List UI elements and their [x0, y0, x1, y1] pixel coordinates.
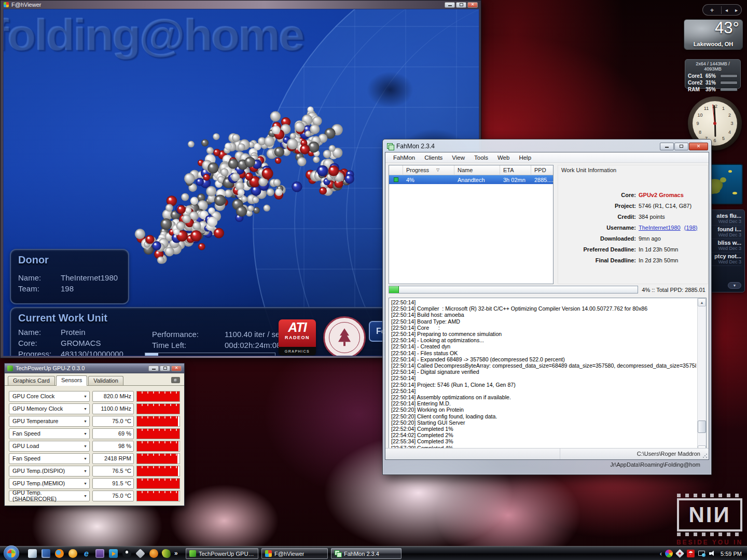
orange-app-icon[interactable]: [149, 549, 158, 558]
add-gadget-button[interactable]: +: [703, 6, 722, 14]
menu-item[interactable]: Clients: [420, 155, 447, 161]
work-unit-row-value: 483130/10000000: [61, 348, 123, 356]
log-line: [22:54:02] Completed 2%: [391, 432, 696, 438]
fahviewer-app-icon: [265, 550, 272, 557]
info-row: Core: GPUv2 Gromacs: [558, 189, 708, 200]
fahviewer-titlebar[interactable]: F@hViewer ✕: [1, 1, 481, 9]
log-line: [22:50:14] Compiler : Microsoft (R) 32-b…: [391, 305, 696, 312]
screenshot-camera-icon[interactable]: [171, 377, 180, 383]
sensor-name: GPU Temp.(MEMIO): [12, 480, 65, 486]
gadget-next-button[interactable]: ▸: [731, 7, 741, 13]
log-line: [22:50:14]: [391, 375, 696, 381]
scrollbar-thumb[interactable]: [698, 421, 706, 433]
gadget-prev-button[interactable]: ◂: [722, 7, 731, 13]
firefox-icon[interactable]: [55, 549, 64, 558]
sensor-name-dropdown[interactable]: GPU Core Clock ▼: [9, 391, 90, 402]
media-player-icon[interactable]: [109, 549, 118, 558]
antivirus-tray-icon[interactable]: ☂: [687, 550, 695, 557]
menu-item[interactable]: Tools: [469, 155, 493, 161]
gpuz-titlebar[interactable]: TechPowerUp GPU-Z 0.3.0 ✕: [5, 363, 184, 373]
status-column-header[interactable]: [389, 165, 403, 175]
flip3d-icon[interactable]: [42, 549, 50, 558]
maximize-button[interactable]: [674, 143, 688, 150]
sensor-name-dropdown[interactable]: GPU Load ▼: [9, 441, 90, 452]
fahmon-app-icon: [335, 550, 341, 557]
menu-item[interactable]: FahMon: [389, 155, 420, 161]
work-unit-row-label: Core:: [18, 338, 61, 348]
close-button[interactable]: ✕: [467, 2, 478, 8]
taskbar-button-fahviewer[interactable]: F@hViewer: [261, 548, 328, 559]
seal-tree-icon: [337, 327, 352, 347]
fahmon-titlebar[interactable]: FahMon 2.3.4 ✕: [385, 139, 709, 152]
minimize-button[interactable]: [660, 143, 674, 150]
menu-item[interactable]: Web: [493, 155, 514, 161]
network-icon[interactable]: [698, 550, 706, 557]
tab-sensors[interactable]: Sensors: [56, 375, 87, 386]
sensor-name-dropdown[interactable]: GPU Temperature ▼: [9, 416, 90, 427]
minimize-button[interactable]: [445, 2, 455, 8]
sensor-name: Fan Speed: [12, 455, 40, 461]
taskbar-clock[interactable]: 5:59 PM: [720, 551, 746, 557]
sensor-value: 820.0 MHz: [92, 391, 134, 402]
fahviewer-app-icon: [4, 2, 9, 7]
info-value-secondary[interactable]: (198): [684, 225, 698, 231]
donor-row: Team: 198: [11, 283, 128, 294]
info-row: Downloaded: 9mn ago: [558, 233, 708, 244]
log-line: [22:50:20] Client config found, loading …: [391, 413, 696, 419]
internet-explorer-icon[interactable]: e: [82, 549, 91, 558]
close-button[interactable]: ✕: [171, 366, 182, 371]
log-viewer[interactable]: [22:50:14][22:50:14] Compiler : Microsof…: [389, 298, 707, 454]
taskbar-button-fahmon[interactable]: FahMon 2.3.4: [331, 548, 402, 559]
volume-icon[interactable]: [709, 550, 716, 557]
feed-expand-button[interactable]: ▼: [728, 282, 741, 289]
resize-grip[interactable]: [702, 453, 708, 458]
name-column-header[interactable]: Name: [454, 165, 500, 175]
donor-rows: Name: TheInternet1980 Team: 198: [11, 272, 128, 294]
cpu-meter-gadget[interactable]: 2x64 / 1443MB / 4093MB Core1 65% Core2 3…: [685, 59, 741, 89]
shield-icon[interactable]: [68, 549, 77, 558]
meter-bar: [720, 81, 738, 85]
log-scrollbar[interactable]: ▲ ▼: [697, 298, 706, 454]
menu-item[interactable]: View: [447, 155, 469, 161]
chevron-down-icon: ▼: [84, 494, 87, 498]
sensor-name-dropdown[interactable]: Fan Speed ▼: [9, 428, 90, 439]
total-progress-fill: [389, 286, 399, 293]
steam-icon[interactable]: [122, 549, 131, 558]
diamond-tray-icon[interactable]: [675, 549, 684, 558]
client-row-selected[interactable]: 4% Anandtech 3h 02mn 2885....: [389, 175, 553, 184]
maximize-button[interactable]: [160, 366, 170, 371]
pinwheel-tray-icon[interactable]: [665, 550, 673, 557]
menu-item[interactable]: Help: [514, 155, 536, 161]
sensor-name-dropdown[interactable]: GPU Temp.(MEMIO) ▼: [9, 478, 90, 489]
start-button[interactable]: [4, 545, 19, 560]
media-app-icon[interactable]: [95, 549, 104, 558]
log-line: [22:50:14] Assembly optimizations on if …: [391, 394, 696, 400]
clients-list[interactable]: Progress ▽ Name ETA PPD 4% Anandtech 3h …: [389, 165, 554, 284]
close-button[interactable]: ✕: [689, 143, 708, 150]
weather-gadget[interactable]: 43° Lakewood, OH: [684, 19, 743, 50]
sensor-name-dropdown[interactable]: GPU Temp.(SHADERCORE) ▼: [9, 491, 90, 501]
tray-overflow-chevron[interactable]: ‹: [660, 550, 662, 557]
log-line: [22:50:14]: [391, 299, 696, 305]
info-value: 384 points: [639, 214, 665, 220]
fish-app-icon[interactable]: [162, 549, 171, 558]
sensor-graph: [136, 491, 180, 501]
sensor-name-dropdown[interactable]: GPU Temp.(DISPIO) ▼: [9, 466, 90, 477]
minimize-button[interactable]: [148, 366, 159, 371]
taskbar-button-gpuz[interactable]: TechPowerUp GPU-...: [186, 548, 258, 559]
eta-column-header[interactable]: ETA: [500, 165, 531, 175]
progress-column-header[interactable]: Progress ▽: [403, 165, 454, 175]
show-desktop-icon[interactable]: [28, 549, 37, 558]
scroll-up-icon[interactable]: ▲: [698, 298, 706, 306]
clock-number: 5: [721, 136, 726, 141]
sidebar-gadget-nav[interactable]: + ◂ ▸: [702, 4, 742, 16]
ppd-column-header[interactable]: PPD: [531, 165, 553, 175]
sensor-name-dropdown[interactable]: GPU Memory Clock ▼: [9, 403, 90, 414]
quicklaunch-overflow-chevron[interactable]: »: [174, 550, 178, 557]
sensor-name-dropdown[interactable]: Fan Speed ▼: [9, 453, 90, 464]
diamond-app-icon[interactable]: [135, 549, 145, 558]
tab-validation[interactable]: Validation: [88, 376, 123, 385]
tab-graphics-card[interactable]: Graphics Card: [8, 376, 55, 385]
sensor-graph-fill: [137, 404, 179, 414]
maximize-button[interactable]: [456, 2, 466, 8]
